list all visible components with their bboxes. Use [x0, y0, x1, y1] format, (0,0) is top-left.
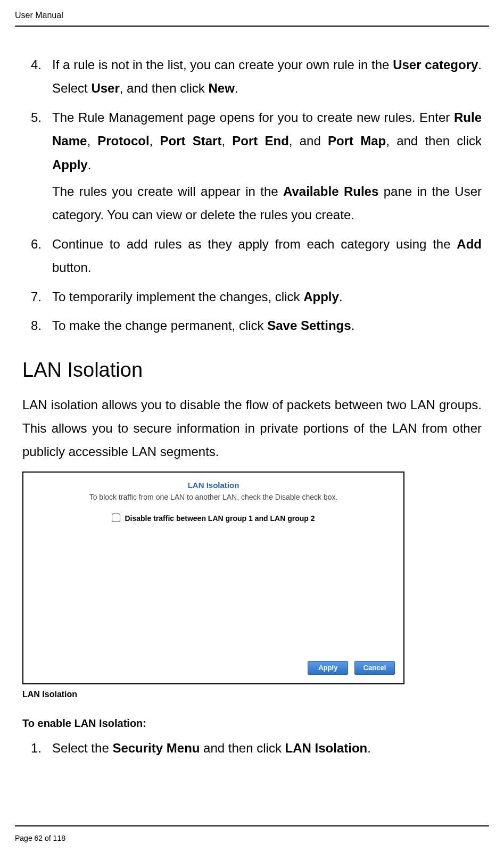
screenshot-subtitle: To block traffic from one LAN to another… [23, 491, 403, 504]
text: , [221, 134, 232, 148]
bold: Port Start [160, 134, 222, 148]
text: . [351, 318, 355, 333]
bold: Apply [52, 158, 88, 172]
footer-rule [15, 825, 489, 826]
text: To make the change permanent, click [52, 318, 267, 333]
text: , [150, 134, 160, 148]
text: The rules you create will appear in the [52, 184, 283, 198]
text: . [88, 158, 92, 172]
text: and then click [200, 741, 285, 755]
step-4: If a rule is not in the list, you can cr… [52, 53, 482, 101]
checkbox-label: Disable traffic between LAN group 1 and … [125, 514, 315, 523]
cancel-button[interactable]: Cancel [354, 661, 395, 675]
bold: Apply [303, 289, 339, 304]
text: Continue to add rules as they apply from… [52, 237, 457, 251]
text: , and then click [120, 81, 209, 95]
bold: Save Settings [267, 318, 351, 333]
text: . [339, 289, 343, 304]
bold: User [91, 81, 119, 95]
text: . [367, 741, 371, 755]
bold: Add [457, 237, 482, 251]
figure-wrap: LAN Isolation To block traffic from one … [22, 472, 482, 702]
screenshot-checkbox-row: Disable traffic between LAN group 1 and … [23, 512, 403, 526]
text: . [235, 81, 238, 95]
enable-step-1: Select the Security Menu and then click … [52, 737, 482, 760]
bold: User category [393, 57, 478, 72]
text: If a rule is not in the list, you can cr… [52, 57, 393, 72]
step-7: To temporarily implement the changes, cl… [52, 285, 482, 309]
text: , and [289, 134, 328, 148]
bold: Port End [232, 134, 289, 148]
step-6: Continue to add rules as they apply from… [52, 233, 482, 280]
page-footer: Page 62 of 118 [15, 834, 65, 842]
numbered-steps: If a rule is not in the list, you can cr… [22, 53, 482, 337]
enable-steps: Select the Security Menu and then click … [22, 737, 482, 760]
disable-traffic-checkbox[interactable] [112, 514, 120, 522]
figure-caption: LAN Isolation [22, 686, 482, 702]
apply-button[interactable]: Apply [308, 661, 348, 675]
step-8: To make the change permanent, click Save… [52, 314, 482, 337]
section-title-lan-isolation: LAN Isolation [22, 351, 482, 388]
screenshot-button-bar: Apply Cancel [305, 654, 395, 677]
step-5-sub: The rules you create will appear in the … [52, 180, 482, 227]
screenshot-lan-isolation: LAN Isolation To block traffic from one … [22, 472, 404, 684]
text: The Rule Management page opens for you t… [52, 110, 454, 125]
text: To temporarily implement the changes, cl… [52, 289, 303, 304]
step-5: The Rule Management page opens for you t… [52, 106, 482, 227]
section-body: LAN isolation allows you to disable the … [22, 393, 482, 464]
page: User Manual If a rule is not in the list… [0, 0, 504, 852]
subheading-enable-lan-isolation: To enable LAN Isolation: [22, 714, 482, 733]
header-rule [15, 26, 489, 27]
bold: Security Menu [112, 741, 200, 755]
text: , and then click [386, 134, 482, 148]
content-area: If a rule is not in the list, you can cr… [22, 53, 482, 809]
text: , [87, 134, 97, 148]
bold: New [209, 81, 235, 95]
running-header: User Manual [15, 11, 63, 20]
text: button. [52, 260, 91, 275]
text: Select the [52, 741, 112, 755]
bold: LAN Isolation [285, 741, 368, 755]
bold: Available Rules [283, 184, 378, 198]
bold: Protocol [97, 134, 149, 148]
bold: Port Map [328, 134, 386, 148]
